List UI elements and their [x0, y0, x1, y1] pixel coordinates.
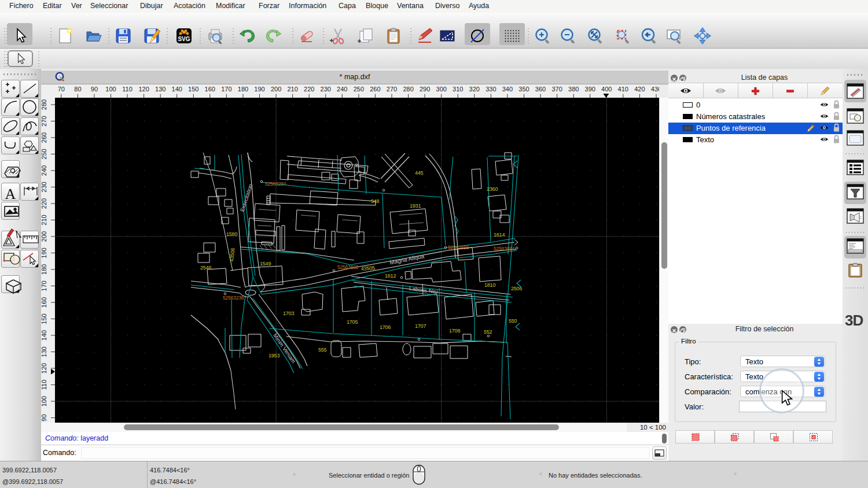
svg-text:160: 160: [41, 297, 47, 308]
svg-text:340: 340: [502, 86, 513, 93]
svg-text:70: 70: [58, 86, 65, 93]
svg-text:420: 420: [634, 86, 645, 93]
svg-text:1549: 1549: [260, 261, 271, 267]
svg-text:190: 190: [41, 247, 47, 258]
svg-text:445: 445: [415, 170, 424, 176]
svg-text:555: 555: [318, 347, 327, 353]
svg-text:80: 80: [74, 86, 81, 93]
svg-text:2546: 2546: [200, 265, 211, 271]
svg-text:210: 210: [41, 215, 47, 225]
svg-text:240: 240: [337, 86, 347, 93]
svg-text:SVG: SVG: [178, 36, 190, 42]
svg-text:260: 260: [41, 132, 47, 143]
svg-text:552: 552: [484, 329, 492, 335]
svg-text:Laboris Nisi: Laboris Nisi: [409, 285, 439, 295]
svg-text:380: 380: [568, 86, 579, 93]
svg-text:1580: 1580: [226, 231, 237, 237]
svg-text:250: 250: [354, 86, 364, 93]
svg-text:250: 250: [41, 149, 47, 159]
svg-text:Magna Aliqua: Magna Aliqua: [389, 253, 425, 265]
svg-text:220: 220: [304, 86, 314, 93]
svg-text:52563236: 52563236: [223, 295, 244, 301]
svg-text:350: 350: [518, 86, 529, 93]
svg-text:550: 550: [509, 318, 517, 324]
svg-text:1706: 1706: [380, 324, 391, 330]
svg-text:170: 170: [41, 280, 47, 291]
svg-text:2360: 2360: [487, 186, 498, 192]
svg-text:430: 430: [651, 86, 659, 93]
svg-text:300: 300: [436, 86, 447, 93]
svg-text:240: 240: [41, 165, 47, 176]
svg-text:100: 100: [105, 86, 116, 93]
svg-text:370: 370: [551, 86, 562, 93]
svg-text:180: 180: [238, 86, 248, 93]
svg-text:1931: 1931: [410, 203, 421, 209]
svg-text:190: 190: [254, 86, 264, 93]
svg-text:43505: 43505: [361, 265, 375, 272]
svg-text:200: 200: [271, 86, 281, 93]
svg-text:160: 160: [205, 86, 215, 93]
svg-text:1810: 1810: [484, 282, 495, 288]
svg-text:230: 230: [41, 182, 47, 192]
svg-text:310: 310: [453, 86, 463, 93]
svg-text:52563692: 52563692: [337, 264, 359, 270]
svg-text:130: 130: [41, 346, 47, 357]
svg-text:320: 320: [469, 86, 480, 93]
svg-text:280: 280: [41, 99, 47, 110]
svg-text:140: 140: [172, 86, 182, 93]
svg-text:110: 110: [41, 380, 47, 390]
svg-text:270: 270: [387, 86, 397, 93]
svg-text:180: 180: [41, 264, 47, 275]
svg-text:290: 290: [420, 86, 430, 93]
svg-text:140: 140: [41, 330, 47, 341]
svg-text:1953: 1953: [269, 353, 279, 358]
svg-text:90: 90: [41, 414, 47, 421]
svg-text:360: 360: [535, 86, 546, 93]
svg-text:200: 200: [41, 231, 47, 242]
svg-text:400: 400: [601, 86, 612, 93]
svg-text:130: 130: [155, 86, 165, 93]
svg-text:150: 150: [41, 313, 47, 324]
svg-text:260: 260: [370, 86, 380, 93]
svg-text:90: 90: [91, 86, 98, 93]
svg-text:100: 100: [41, 396, 47, 406]
svg-text:1614: 1614: [494, 232, 505, 238]
svg-text:170: 170: [221, 86, 231, 93]
svg-text:1707: 1707: [415, 323, 426, 329]
svg-text:52563284: 52563284: [265, 181, 286, 187]
svg-text:120: 120: [41, 363, 47, 374]
svg-text:2506: 2506: [511, 286, 522, 291]
svg-text:52563694: 52563694: [494, 246, 515, 252]
svg-text:150: 150: [188, 86, 198, 93]
svg-text:330: 330: [486, 86, 496, 93]
svg-text:280: 280: [403, 86, 413, 93]
svg-text:548: 548: [371, 198, 380, 204]
svg-text:A: A: [5, 186, 16, 202]
svg-text:52563693: 52563693: [448, 245, 469, 250]
svg-text:220: 220: [41, 198, 47, 209]
svg-text:230: 230: [321, 86, 331, 93]
svg-text:43506: 43506: [229, 247, 236, 262]
svg-text:120: 120: [138, 86, 149, 93]
svg-text:110: 110: [122, 86, 133, 93]
svg-text:210: 210: [287, 86, 297, 93]
svg-text:410: 410: [618, 86, 628, 93]
svg-text:390: 390: [585, 86, 595, 93]
svg-text:1708: 1708: [449, 328, 460, 334]
svg-text:1612: 1612: [385, 273, 396, 279]
svg-text:270: 270: [41, 116, 47, 126]
svg-text:1703: 1703: [283, 310, 294, 316]
svg-text:1705: 1705: [347, 319, 358, 325]
